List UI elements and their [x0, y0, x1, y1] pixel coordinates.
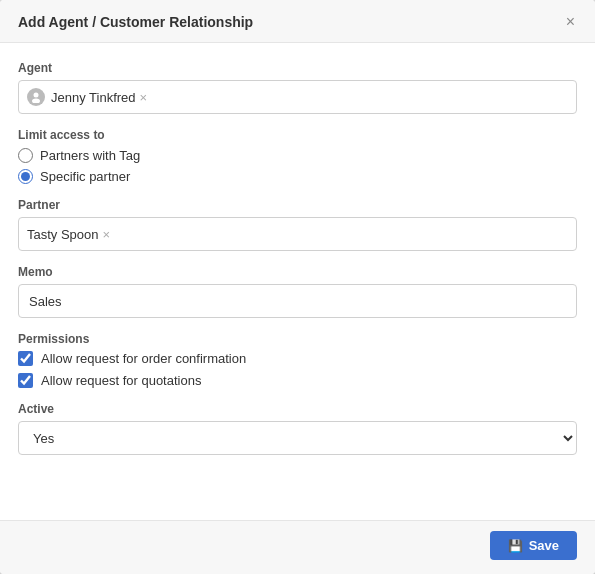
active-field-group: Active Yes No: [18, 402, 577, 455]
dialog-header: Add Agent / Customer Relationship ×: [0, 0, 595, 43]
permission-quotations-label: Allow request for quotations: [41, 373, 201, 388]
memo-field-group: Memo: [18, 265, 577, 318]
permission-order-confirmation[interactable]: Allow request for order confirmation: [18, 351, 577, 366]
agent-chip: Jenny Tinkfred ×: [51, 90, 147, 105]
permissions-label: Permissions: [18, 332, 577, 346]
radio-specific-partner[interactable]: Specific partner: [18, 169, 577, 184]
permission-order-confirmation-label: Allow request for order confirmation: [41, 351, 246, 366]
dialog-footer: 💾 Save: [0, 520, 595, 574]
agent-label: Agent: [18, 61, 577, 75]
dialog-title: Add Agent / Customer Relationship: [18, 14, 253, 30]
agent-avatar-icon: [27, 88, 45, 106]
limit-access-group: Limit access to Partners with Tag Specif…: [18, 128, 577, 184]
close-button[interactable]: ×: [564, 14, 577, 30]
agent-chip-remove[interactable]: ×: [140, 91, 148, 104]
memo-label: Memo: [18, 265, 577, 279]
partner-chip-remove[interactable]: ×: [103, 228, 111, 241]
radio-specific-partner-label: Specific partner: [40, 169, 130, 184]
permission-quotations[interactable]: Allow request for quotations: [18, 373, 577, 388]
agent-input[interactable]: Jenny Tinkfred ×: [18, 80, 577, 114]
agent-chip-label: Jenny Tinkfred: [51, 90, 136, 105]
memo-input[interactable]: [18, 284, 577, 318]
permissions-group: Permissions Allow request for order conf…: [18, 332, 577, 388]
partner-chip-label: Tasty Spoon: [27, 227, 99, 242]
permissions-checkboxes: Allow request for order confirmation All…: [18, 351, 577, 388]
agent-field-group: Agent Jenny Tinkfred ×: [18, 61, 577, 114]
limit-access-options: Partners with Tag Specific partner: [18, 148, 577, 184]
save-button-label: Save: [529, 538, 559, 553]
active-label: Active: [18, 402, 577, 416]
svg-point-1: [32, 99, 40, 104]
radio-partners-with-tag-label: Partners with Tag: [40, 148, 140, 163]
radio-partners-with-tag-input[interactable]: [18, 148, 33, 163]
permission-order-confirmation-input[interactable]: [18, 351, 33, 366]
partner-field-group: Partner Tasty Spoon ×: [18, 198, 577, 251]
radio-specific-partner-input[interactable]: [18, 169, 33, 184]
dialog: Add Agent / Customer Relationship × Agen…: [0, 0, 595, 574]
limit-access-label: Limit access to: [18, 128, 577, 142]
svg-point-0: [34, 93, 39, 98]
permission-quotations-input[interactable]: [18, 373, 33, 388]
dialog-body: Agent Jenny Tinkfred × Limit access: [0, 43, 595, 520]
partner-chip: Tasty Spoon ×: [27, 227, 110, 242]
active-select[interactable]: Yes No: [18, 421, 577, 455]
partner-input[interactable]: Tasty Spoon ×: [18, 217, 577, 251]
save-icon: 💾: [508, 539, 523, 553]
radio-partners-with-tag[interactable]: Partners with Tag: [18, 148, 577, 163]
save-button[interactable]: 💾 Save: [490, 531, 577, 560]
partner-label: Partner: [18, 198, 577, 212]
